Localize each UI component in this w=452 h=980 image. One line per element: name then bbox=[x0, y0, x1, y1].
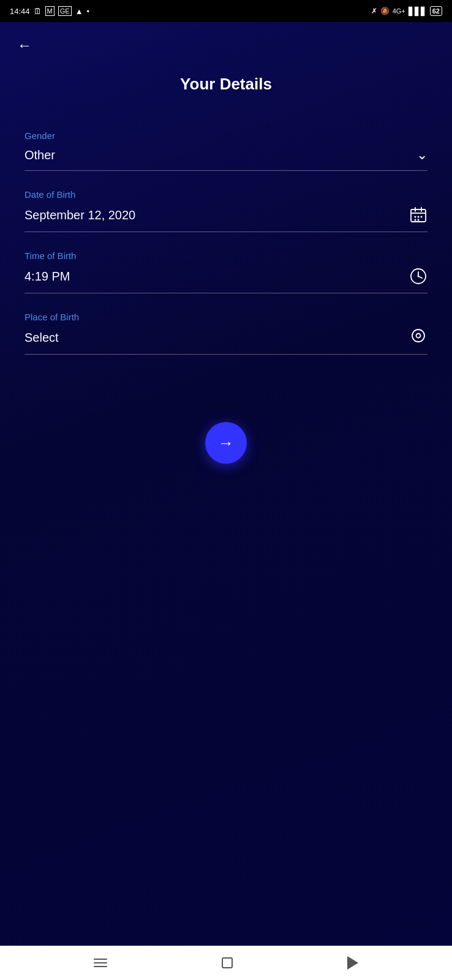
gender-value: Other bbox=[24, 148, 55, 162]
page-title-container: Your Details bbox=[0, 62, 452, 118]
tob-value: 4:19 PM bbox=[24, 270, 70, 284]
main-content: ← Your Details Gender Other ⌄ Date of Bi… bbox=[0, 22, 452, 946]
notification-icon: 🔕 bbox=[380, 7, 390, 15]
battery-level: 62 bbox=[430, 6, 442, 16]
tob-field-group[interactable]: Time of Birth 4:19 PM bbox=[24, 251, 428, 293]
chevron-down-icon: ⌄ bbox=[416, 147, 428, 163]
status-bar: 14:44 🗓 M GE ▲ • ✗ 🔕 4G+ ▋▋▋ 62 bbox=[0, 0, 452, 22]
pob-field-row[interactable]: Select bbox=[24, 328, 428, 355]
triangle-nav-icon bbox=[347, 956, 358, 970]
gender-label: Gender bbox=[24, 130, 428, 141]
hamburger-icon bbox=[94, 959, 107, 967]
time-display: 14:44 bbox=[10, 7, 30, 16]
status-left: 14:44 🗓 M GE ▲ • bbox=[10, 6, 89, 16]
next-button[interactable]: → bbox=[205, 422, 247, 464]
next-arrow-icon: → bbox=[218, 434, 234, 453]
signal-icon: ▋▋▋ bbox=[409, 7, 427, 16]
gender-field-row[interactable]: Other ⌄ bbox=[24, 147, 428, 171]
svg-point-8 bbox=[418, 219, 420, 221]
ge-icon: GE bbox=[58, 6, 72, 16]
dob-label: Date of Birth bbox=[24, 189, 428, 200]
pob-value: Select bbox=[24, 331, 59, 345]
gender-field-group[interactable]: Gender Other ⌄ bbox=[24, 130, 428, 171]
dot-indicator: • bbox=[87, 7, 90, 16]
android-nav-bar bbox=[0, 946, 452, 980]
back-button[interactable]: ← bbox=[15, 34, 34, 56]
dob-value: September 12, 2020 bbox=[24, 208, 135, 222]
gmail-icon: M bbox=[45, 6, 55, 16]
bluetooth-icon: ✗ bbox=[371, 7, 377, 15]
svg-point-12 bbox=[418, 276, 420, 277]
menu-icon[interactable] bbox=[94, 959, 107, 967]
clock-icon bbox=[409, 267, 428, 285]
location-icon bbox=[409, 328, 428, 347]
pob-label: Place of Birth bbox=[24, 312, 428, 322]
top-nav: ← bbox=[0, 22, 452, 62]
square-nav-icon bbox=[222, 957, 233, 968]
network-label: 4G+ bbox=[393, 7, 405, 15]
dob-field-row[interactable]: September 12, 2020 bbox=[24, 206, 428, 232]
svg-point-7 bbox=[415, 219, 416, 221]
pob-field-group[interactable]: Place of Birth Select bbox=[24, 312, 428, 355]
svg-point-4 bbox=[415, 216, 416, 218]
status-right: ✗ 🔕 4G+ ▋▋▋ 62 bbox=[371, 6, 442, 16]
calendar-icon bbox=[409, 206, 428, 224]
fab-container: → bbox=[0, 385, 452, 476]
back-triangle-icon[interactable] bbox=[347, 956, 358, 970]
tob-label: Time of Birth bbox=[24, 251, 428, 261]
calendar-status-icon: 🗓 bbox=[34, 7, 42, 16]
form-container: Gender Other ⌄ Date of Birth September 1… bbox=[0, 118, 452, 385]
svg-point-6 bbox=[421, 216, 423, 218]
svg-point-14 bbox=[416, 334, 421, 338]
dob-field-group[interactable]: Date of Birth September 12, 2020 bbox=[24, 189, 428, 232]
back-arrow-icon: ← bbox=[17, 37, 32, 53]
tob-field-row[interactable]: 4:19 PM bbox=[24, 267, 428, 293]
page-title: Your Details bbox=[180, 75, 272, 94]
home-square-icon[interactable] bbox=[222, 957, 233, 968]
svg-point-5 bbox=[418, 216, 420, 218]
drive-icon: ▲ bbox=[75, 7, 83, 16]
svg-point-13 bbox=[412, 330, 424, 342]
